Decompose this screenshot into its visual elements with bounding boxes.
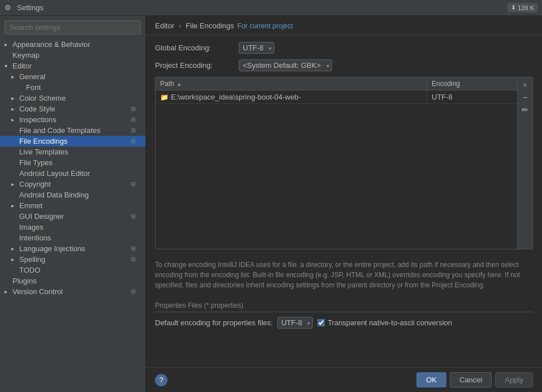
sidebar-label-gui-designer: GUI Designer	[19, 212, 64, 221]
global-encoding-label: Global Encoding:	[155, 44, 234, 52]
breadcrumb-sep: ›	[179, 21, 181, 30]
sidebar-item-general[interactable]: General	[0, 71, 145, 82]
transparent-checkbox[interactable]	[317, 319, 325, 326]
breadcrumb-parent: Editor	[155, 21, 174, 30]
remove-encoding-button[interactable]: −	[519, 91, 531, 104]
sidebar-item-intentions[interactable]: Intentions	[0, 232, 145, 243]
settings-icon-spelling: ⊞	[131, 256, 139, 264]
sidebar-label-editor: Editor	[12, 62, 32, 70]
col-encoding: Encoding	[427, 77, 517, 90]
col-path: Path ▲	[156, 77, 427, 90]
arrow-language-injections	[11, 245, 18, 252]
sidebar-item-inspections[interactable]: Inspections⊞	[0, 114, 145, 125]
download-badge: ⬇ 139 K	[507, 3, 537, 12]
arrow-emmet	[11, 203, 18, 209]
title-bar: ⚙ Settings ⬇ 139 K	[0, 0, 542, 16]
bottom-bar: ? OK Cancel Apply	[146, 367, 542, 392]
add-encoding-button[interactable]: +	[519, 79, 531, 91]
project-encoding-row: Project Encoding: <System Default: GBK>	[155, 59, 533, 71]
sidebar-item-version-control[interactable]: Version Control⊞	[0, 286, 145, 297]
title-controls: ⬇ 139 K	[507, 3, 537, 12]
props-encoding-select[interactable]: UTF-8	[277, 317, 313, 329]
table-header: Path ▲ Encoding	[156, 77, 517, 91]
arrow-copyright	[11, 181, 18, 187]
project-encoding-select[interactable]: <System Default: GBK>	[239, 59, 332, 71]
edit-encoding-button[interactable]: ✏	[519, 104, 531, 116]
sidebar-label-code-style: Code Style	[19, 105, 55, 113]
sidebar-item-color-scheme[interactable]: Color Scheme	[0, 93, 145, 104]
sidebar-item-editor[interactable]: Editor	[0, 61, 145, 71]
sidebar-item-code-style[interactable]: Code Style⊞	[0, 104, 145, 114]
sidebar-label-keymap: Keymap	[12, 51, 40, 59]
sidebar-label-file-encodings: File Encodings	[19, 137, 67, 145]
sidebar-label-color-scheme: Color Scheme	[19, 94, 66, 102]
sidebar-label-appearance: Appearance & Behavior	[12, 40, 90, 49]
sidebar-item-copyright[interactable]: Copyright⊞	[0, 179, 145, 189]
sidebar-item-plugins[interactable]: Plugins	[0, 275, 145, 286]
table-row[interactable]: 📁 E:\workspace_idea\spring-boot-04-web- …	[156, 91, 517, 104]
settings-icon-file-encodings: ⊞	[131, 137, 139, 145]
sidebar-label-spelling: Spelling	[19, 255, 45, 264]
sidebar-item-file-types[interactable]: File Types	[0, 157, 145, 168]
settings-icon-inspections: ⊞	[131, 116, 139, 124]
settings-icon-code-style: ⊞	[131, 105, 139, 113]
sidebar-item-android-data[interactable]: Android Data Binding	[0, 189, 145, 200]
sidebar-label-intentions: Intentions	[19, 234, 51, 242]
content-panel: Editor › File Encodings For current proj…	[146, 16, 542, 392]
sidebar-label-file-code-templates: File and Code Templates	[19, 126, 101, 135]
properties-section: Properties Files (*.properties) Default …	[155, 301, 533, 329]
breadcrumb-current: File Encodings	[186, 21, 234, 30]
transparent-checkbox-wrapper: Transparent native-to-ascii conversion	[317, 318, 452, 327]
cancel-button[interactable]: Cancel	[450, 372, 492, 387]
sidebar-item-keymap[interactable]: Keymap	[0, 50, 145, 61]
sidebar-item-language-injections[interactable]: Language Injections⊞	[0, 243, 145, 254]
sidebar-label-version-control: Version Control	[12, 287, 63, 296]
row-path: 📁 E:\workspace_idea\spring-boot-04-web-	[156, 91, 427, 104]
ok-button[interactable]: OK	[416, 372, 446, 387]
global-encoding-row: Global Encoding: UTF-8	[155, 42, 533, 54]
content-body: Global Encoding: UTF-8 Project Encoding:…	[146, 35, 542, 367]
table-actions: + − ✏	[517, 77, 532, 249]
row-encoding: UTF-8	[427, 91, 517, 104]
sidebar-item-file-code-templates[interactable]: File and Code Templates⊞	[0, 125, 145, 136]
settings-icon-version-control: ⊞	[131, 288, 139, 296]
sidebar-label-plugins: Plugins	[12, 277, 37, 285]
sidebar-item-file-encodings[interactable]: File Encodings⊞	[0, 136, 145, 147]
arrow-code-style	[11, 106, 18, 112]
sidebar-item-appearance[interactable]: Appearance & Behavior	[0, 39, 145, 50]
sidebar-item-spelling[interactable]: Spelling⊞	[0, 254, 145, 265]
global-encoding-select[interactable]: UTF-8	[239, 42, 274, 54]
sidebar-item-live-templates[interactable]: Live Templates	[0, 147, 145, 157]
sidebar-label-font: Font	[26, 83, 41, 92]
project-encoding-select-wrapper: <System Default: GBK>	[239, 59, 332, 71]
sidebar: Appearance & BehaviorKeymapEditorGeneral…	[0, 16, 146, 392]
arrow-inspections	[11, 117, 18, 123]
sidebar-label-emmet: Emmet	[19, 201, 42, 210]
sidebar-item-emmet[interactable]: Emmet	[0, 200, 145, 211]
window-title: Settings	[17, 3, 44, 12]
main-container: Appearance & BehaviorKeymapEditorGeneral…	[0, 16, 542, 392]
props-encoding-select-wrapper: UTF-8	[277, 317, 313, 329]
sidebar-item-gui-designer[interactable]: GUI Designer⊞	[0, 211, 145, 222]
sidebar-item-images[interactable]: Images	[0, 222, 145, 232]
settings-icon-copyright: ⊞	[131, 180, 139, 188]
help-button[interactable]: ?	[155, 374, 167, 386]
search-input[interactable]	[5, 20, 141, 35]
sidebar-item-font[interactable]: Font	[0, 82, 145, 93]
apply-button[interactable]: Apply	[495, 372, 533, 387]
arrow-version-control	[5, 288, 11, 295]
global-encoding-select-wrapper: UTF-8	[239, 42, 274, 54]
sidebar-label-general: General	[19, 72, 45, 81]
sidebar-label-language-injections: Language Injections	[19, 244, 85, 253]
encodings-table: Path ▲ Encoding 📁 E:\workspace_idea\spri…	[155, 77, 533, 249]
sidebar-item-android-layout[interactable]: Android Layout Editor	[0, 168, 145, 179]
settings-icon-file-code-templates: ⊞	[131, 127, 139, 135]
sidebar-label-live-templates: Live Templates	[19, 148, 68, 156]
sidebar-item-todo[interactable]: TODO	[0, 265, 145, 275]
sidebar-label-android-layout: Android Layout Editor	[19, 169, 90, 178]
transparent-label: Transparent native-to-ascii conversion	[328, 318, 452, 327]
default-encoding-label: Default encoding for properties files:	[155, 318, 273, 327]
sidebar-label-android-data: Android Data Binding	[19, 191, 89, 199]
breadcrumb-link[interactable]: For current project	[238, 22, 293, 30]
arrow-general	[11, 74, 18, 80]
